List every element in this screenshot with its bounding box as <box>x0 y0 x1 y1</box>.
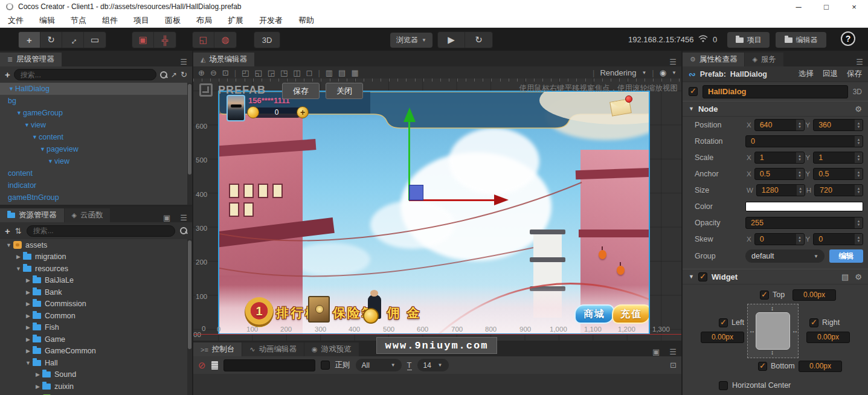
widget-bottom-input[interactable]: 0.00px <box>799 361 842 372</box>
tab-services[interactable]: ◈ 服务 <box>745 53 783 66</box>
locate-node-icon[interactable]: ↗ <box>171 71 177 79</box>
align-top-icon[interactable]: ◰ <box>242 68 249 77</box>
position-y-input[interactable]: 360▲▼ <box>813 119 863 131</box>
console-log-area[interactable] <box>193 374 681 395</box>
panel-menu-icon[interactable]: ☰ <box>175 213 192 222</box>
menu-component[interactable]: 组件 <box>94 13 126 28</box>
play-button[interactable]: ▶ <box>438 32 465 48</box>
asset-bank[interactable]: ▶Bank <box>0 286 192 298</box>
align-left-icon[interactable]: ◳ <box>280 68 288 77</box>
scene-viewport[interactable]: 600 500 400 300 200 100 0 00 0 100 200 3… <box>193 79 681 341</box>
spinner[interactable]: ▲▼ <box>855 185 863 196</box>
panel-menu-icon[interactable]: ☰ <box>664 347 681 356</box>
prefab-save-button[interactable]: 保存 <box>282 83 320 99</box>
asset-fish[interactable]: ▶Fish <box>0 322 192 334</box>
log-file-icon[interactable] <box>211 361 218 370</box>
search-icon[interactable] <box>180 227 187 234</box>
move-tool-button[interactable]: + <box>19 32 40 48</box>
panel-menu-icon[interactable]: ☰ <box>851 57 868 66</box>
add-node-button[interactable]: + <box>5 69 10 80</box>
node-section-header[interactable]: ▼ Node ⚙ <box>683 101 868 117</box>
prefab-revert-button[interactable]: 回退 <box>823 69 838 79</box>
widget-hcenter-checkbox[interactable] <box>719 381 728 390</box>
mode-3d-button[interactable]: 3D <box>254 32 280 48</box>
position-x-input[interactable]: 640▲▼ <box>754 119 805 131</box>
asset-commission[interactable]: ▶Commission <box>0 298 192 310</box>
asset-zuixin[interactable]: ▶zuixin <box>0 381 192 393</box>
gear-icon[interactable]: ⚙ <box>855 104 862 114</box>
scale-tool-button[interactable]: ↔ <box>62 32 84 48</box>
anchor-mode-button[interactable]: ╬ <box>154 32 176 48</box>
prefab-close-button[interactable]: 关闭 <box>326 83 363 99</box>
scale-x-input[interactable]: 1▲▼ <box>754 152 805 164</box>
left-splitter[interactable] <box>192 51 193 395</box>
zoom-fit-icon[interactable]: ⊡ <box>222 68 229 77</box>
asset-hall[interactable]: ▼Hall <box>0 357 192 369</box>
group-edit-button[interactable]: 编辑 <box>829 249 863 263</box>
rendering-dropdown[interactable]: Rendering <box>600 68 636 77</box>
color-swatch[interactable] <box>745 202 863 211</box>
size-h-input[interactable]: 720▲▼ <box>814 184 863 196</box>
shop-button[interactable]: 商城 <box>574 304 614 324</box>
spinner[interactable]: ▲▼ <box>855 217 863 228</box>
coordinate-mode-button[interactable]: ◍ <box>214 32 236 48</box>
spinner[interactable]: ▲▼ <box>796 152 804 163</box>
asset-autoatlas[interactable]: AutoAtlas <box>0 393 192 395</box>
tab-console[interactable]: >≡ 控制台 <box>193 342 242 356</box>
prefab-select-button[interactable]: 选择 <box>799 69 814 79</box>
collapse-arrow-icon[interactable]: ▶ <box>24 301 32 307</box>
game-canvas[interactable]: 156****1111 0 + 1 排行榜 保险箱 佣 金 商城 充值 <box>218 91 650 335</box>
tab-animation-editor[interactable]: ∿ 动画编辑器 <box>242 342 304 356</box>
anchor-x-input[interactable]: 0.5▲▼ <box>754 168 805 180</box>
asset-migration[interactable]: ▶migration <box>0 251 192 263</box>
recharge-button[interactable]: 充值 <box>612 304 650 324</box>
menu-panel[interactable]: 面板 <box>157 13 188 28</box>
tree-node-content[interactable]: ▼content <box>0 131 192 143</box>
popout-icon[interactable]: ▣ <box>158 213 175 222</box>
widget-bottom-checkbox[interactable] <box>758 362 767 371</box>
tab-cloud-functions[interactable]: ◈ 云函数 <box>65 208 111 222</box>
tab-scene-editor[interactable]: ◭ 场景编辑器 <box>193 53 254 66</box>
assets-scrollbar[interactable] <box>187 239 192 395</box>
prefab-save-button[interactable]: 保存 <box>847 69 862 79</box>
search-icon[interactable] <box>160 71 167 79</box>
clear-console-button[interactable]: ⊘ <box>198 360 206 371</box>
tree-node-pageview[interactable]: ▼pageview <box>0 143 192 155</box>
expand-arrow-icon[interactable]: ▼ <box>24 360 32 366</box>
rotation-input[interactable]: 0▲▼ <box>745 135 863 147</box>
font-size-dropdown[interactable]: 14 ▼ <box>417 359 449 371</box>
add-coins-button[interactable]: + <box>297 106 309 118</box>
collapse-arrow-icon[interactable]: ▶ <box>24 348 32 354</box>
asset-game[interactable]: ▶Game <box>0 333 192 345</box>
tree-node-bg[interactable]: bg <box>0 95 192 107</box>
asset-gamecommon[interactable]: ▶GameCommon <box>0 345 192 358</box>
widget-left-input[interactable]: 0.00px <box>701 332 744 343</box>
distribute-v-icon[interactable]: ▤ <box>338 68 346 77</box>
preview-target-dropdown[interactable]: 浏览器 ▼ <box>390 33 432 48</box>
help-button[interactable]: ? <box>841 31 855 46</box>
collapse-arrow-icon[interactable]: ▶ <box>24 336 32 342</box>
hierarchy-scrollbar[interactable] <box>187 83 192 205</box>
menu-project[interactable]: 项目 <box>126 13 157 28</box>
collapse-arrow-icon[interactable]: ▶ <box>24 289 32 295</box>
expand-arrow-icon[interactable]: ▼ <box>23 122 31 128</box>
menu-layout[interactable]: 布局 <box>188 13 220 28</box>
hierarchy-search-input[interactable] <box>14 69 156 80</box>
rank-medal-icon[interactable]: 1 <box>245 297 274 327</box>
widget-right-input[interactable]: 0.00px <box>806 332 850 343</box>
distribute-grid-icon[interactable]: ▦ <box>351 68 358 77</box>
align-right-icon[interactable]: ◻ <box>306 68 313 77</box>
expand-arrow-icon[interactable]: ▼ <box>5 242 13 248</box>
docs-icon[interactable]: ▤ <box>841 272 849 281</box>
menu-node[interactable]: 节点 <box>63 13 94 28</box>
popout-icon[interactable]: ▣ <box>648 347 664 356</box>
spinner[interactable]: ▲▼ <box>855 152 863 163</box>
add-asset-button[interactable]: + <box>5 226 10 236</box>
menu-developer[interactable]: 开发者 <box>251 13 291 28</box>
panel-menu-icon[interactable]: ☰ <box>664 57 681 66</box>
regex-checkbox[interactable] <box>321 361 330 370</box>
tab-assets[interactable]: 资源管理器 <box>0 208 64 222</box>
collapse-icon[interactable]: ⊡ <box>670 361 677 370</box>
collapse-arrow-icon[interactable]: ▶ <box>34 384 42 390</box>
expand-arrow-icon[interactable]: ▼ <box>31 134 39 140</box>
